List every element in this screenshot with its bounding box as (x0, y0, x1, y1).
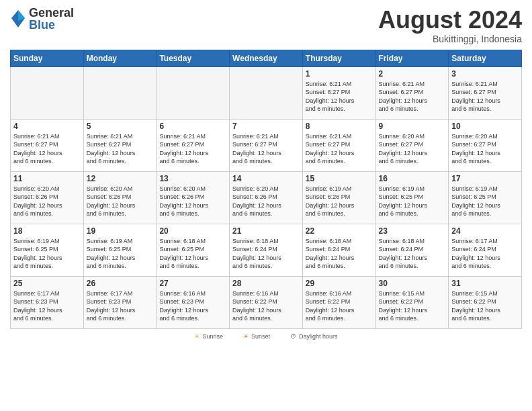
day-number: 29 (306, 279, 373, 288)
calendar-cell (11, 66, 84, 119)
day-detail: Sunrise: 6:21 AM Sunset: 6:27 PM Dayligh… (159, 132, 226, 166)
calendar-cell: 8Sunrise: 6:21 AM Sunset: 6:27 PM Daylig… (302, 119, 375, 171)
day-number: 1 (306, 69, 373, 79)
calendar-cell: 2Sunrise: 6:21 AM Sunset: 6:27 PM Daylig… (375, 66, 449, 119)
calendar-day-header: Thursday (302, 50, 375, 66)
calendar-day-header: Saturday (449, 50, 522, 66)
calendar-week-row: 11Sunrise: 6:20 AM Sunset: 6:26 PM Dayli… (11, 171, 522, 224)
calendar-cell: 4Sunrise: 6:21 AM Sunset: 6:27 PM Daylig… (11, 119, 84, 171)
logo-blue-text: Blue (29, 19, 74, 31)
calendar-cell (83, 66, 157, 119)
daylight-footer: ⏱ Daylight hours (290, 333, 338, 340)
day-number: 14 (232, 174, 300, 183)
calendar-cell: 24Sunrise: 6:17 AM Sunset: 6:24 PM Dayli… (449, 224, 522, 276)
day-detail: Sunrise: 6:19 AM Sunset: 6:25 PM Dayligh… (379, 185, 446, 218)
logo: General Blue (10, 7, 74, 31)
day-detail: Sunrise: 6:21 AM Sunset: 6:27 PM Dayligh… (87, 132, 154, 166)
calendar-cell: 18Sunrise: 6:19 AM Sunset: 6:25 PM Dayli… (11, 224, 84, 276)
calendar-week-row: 18Sunrise: 6:19 AM Sunset: 6:25 PM Dayli… (11, 224, 522, 276)
calendar-cell (230, 66, 303, 119)
day-detail: Sunrise: 6:19 AM Sunset: 6:25 PM Dayligh… (13, 237, 81, 271)
sunrise-footer: ☀ Sunrise (194, 333, 223, 340)
day-number: 27 (159, 279, 226, 288)
calendar-cell: 30Sunrise: 6:15 AM Sunset: 6:22 PM Dayli… (375, 276, 449, 328)
calendar-cell: 7Sunrise: 6:21 AM Sunset: 6:27 PM Daylig… (230, 119, 303, 171)
calendar-day-header: Tuesday (157, 50, 230, 66)
day-number: 3 (451, 69, 519, 79)
calendar-cell: 23Sunrise: 6:18 AM Sunset: 6:24 PM Dayli… (375, 224, 449, 276)
sunset-footer: ☀ Sunset (243, 333, 270, 340)
day-detail: Sunrise: 6:17 AM Sunset: 6:23 PM Dayligh… (87, 289, 154, 323)
calendar-cell (157, 66, 230, 119)
day-detail: Sunrise: 6:20 AM Sunset: 6:27 PM Dayligh… (451, 132, 519, 166)
footer-note: ☀ Sunrise ☀ Sunset ⏱ Daylight hours (10, 333, 522, 340)
calendar-cell: 22Sunrise: 6:18 AM Sunset: 6:24 PM Dayli… (302, 224, 375, 276)
day-number: 20 (159, 226, 226, 236)
day-detail: Sunrise: 6:20 AM Sunset: 6:26 PM Dayligh… (87, 185, 154, 218)
calendar-cell: 15Sunrise: 6:19 AM Sunset: 6:26 PM Dayli… (302, 171, 375, 224)
calendar-cell: 5Sunrise: 6:21 AM Sunset: 6:27 PM Daylig… (83, 119, 157, 171)
day-detail: Sunrise: 6:21 AM Sunset: 6:27 PM Dayligh… (232, 132, 300, 166)
calendar-cell: 26Sunrise: 6:17 AM Sunset: 6:23 PM Dayli… (83, 276, 157, 328)
daylight-label: Daylight hours (299, 333, 338, 340)
calendar-week-row: 4Sunrise: 6:21 AM Sunset: 6:27 PM Daylig… (11, 119, 522, 171)
day-number: 11 (13, 174, 81, 183)
calendar-cell: 13Sunrise: 6:20 AM Sunset: 6:26 PM Dayli… (157, 171, 230, 224)
day-number: 23 (379, 226, 446, 236)
day-number: 8 (306, 122, 373, 131)
day-number: 30 (379, 279, 446, 288)
day-detail: Sunrise: 6:19 AM Sunset: 6:25 PM Dayligh… (451, 185, 519, 218)
logo-icon (10, 9, 26, 29)
day-detail: Sunrise: 6:18 AM Sunset: 6:25 PM Dayligh… (159, 237, 226, 271)
day-number: 17 (451, 174, 519, 183)
calendar-cell: 1Sunrise: 6:21 AM Sunset: 6:27 PM Daylig… (302, 66, 375, 119)
day-detail: Sunrise: 6:15 AM Sunset: 6:22 PM Dayligh… (451, 289, 519, 323)
calendar-cell: 25Sunrise: 6:17 AM Sunset: 6:23 PM Dayli… (11, 276, 84, 328)
calendar-cell: 20Sunrise: 6:18 AM Sunset: 6:25 PM Dayli… (157, 224, 230, 276)
day-detail: Sunrise: 6:16 AM Sunset: 6:22 PM Dayligh… (306, 289, 373, 323)
logo-general-text: General (29, 7, 74, 19)
calendar-cell: 3Sunrise: 6:21 AM Sunset: 6:27 PM Daylig… (449, 66, 522, 119)
calendar-cell: 14Sunrise: 6:20 AM Sunset: 6:26 PM Dayli… (230, 171, 303, 224)
day-number: 16 (379, 174, 446, 183)
day-number: 9 (379, 122, 446, 131)
day-detail: Sunrise: 6:19 AM Sunset: 6:26 PM Dayligh… (306, 185, 373, 218)
day-number: 19 (87, 226, 154, 236)
day-detail: Sunrise: 6:17 AM Sunset: 6:23 PM Dayligh… (13, 289, 81, 323)
day-number: 18 (13, 226, 81, 236)
day-number: 21 (232, 226, 300, 236)
calendar-week-row: 1Sunrise: 6:21 AM Sunset: 6:27 PM Daylig… (11, 66, 522, 119)
day-detail: Sunrise: 6:21 AM Sunset: 6:27 PM Dayligh… (379, 80, 446, 113)
day-detail: Sunrise: 6:18 AM Sunset: 6:24 PM Dayligh… (232, 237, 300, 271)
daylight-icon: ⏱ (290, 333, 296, 340)
location: Bukittinggi, Indonesia (378, 34, 522, 44)
day-detail: Sunrise: 6:17 AM Sunset: 6:24 PM Dayligh… (451, 237, 519, 271)
day-detail: Sunrise: 6:19 AM Sunset: 6:25 PM Dayligh… (87, 237, 154, 271)
calendar-cell: 27Sunrise: 6:16 AM Sunset: 6:23 PM Dayli… (157, 276, 230, 328)
sunset-label: Sunset (251, 333, 270, 340)
day-detail: Sunrise: 6:15 AM Sunset: 6:22 PM Dayligh… (379, 289, 446, 323)
calendar-table: SundayMondayTuesdayWednesdayThursdayFrid… (10, 50, 522, 329)
calendar-cell: 9Sunrise: 6:20 AM Sunset: 6:27 PM Daylig… (375, 119, 449, 171)
day-number: 15 (306, 174, 373, 183)
day-number: 5 (87, 122, 154, 131)
calendar-cell: 19Sunrise: 6:19 AM Sunset: 6:25 PM Dayli… (83, 224, 157, 276)
day-detail: Sunrise: 6:20 AM Sunset: 6:26 PM Dayligh… (159, 185, 226, 218)
calendar-day-header: Wednesday (230, 50, 303, 66)
calendar-cell: 10Sunrise: 6:20 AM Sunset: 6:27 PM Dayli… (449, 119, 522, 171)
day-number: 6 (159, 122, 226, 131)
day-number: 22 (306, 226, 373, 236)
day-detail: Sunrise: 6:18 AM Sunset: 6:24 PM Dayligh… (306, 237, 373, 271)
calendar-cell: 16Sunrise: 6:19 AM Sunset: 6:25 PM Dayli… (375, 171, 449, 224)
day-number: 25 (13, 279, 81, 288)
calendar-cell: 12Sunrise: 6:20 AM Sunset: 6:26 PM Dayli… (83, 171, 157, 224)
title-block: August 2024 Bukittinggi, Indonesia (378, 7, 522, 44)
calendar-header-row: SundayMondayTuesdayWednesdayThursdayFrid… (11, 50, 522, 66)
day-number: 31 (451, 279, 519, 288)
calendar-day-header: Friday (375, 50, 449, 66)
day-number: 12 (87, 174, 154, 183)
logo-text: General Blue (29, 7, 74, 31)
day-number: 2 (379, 69, 446, 79)
calendar-cell: 17Sunrise: 6:19 AM Sunset: 6:25 PM Dayli… (449, 171, 522, 224)
calendar-cell: 31Sunrise: 6:15 AM Sunset: 6:22 PM Dayli… (449, 276, 522, 328)
